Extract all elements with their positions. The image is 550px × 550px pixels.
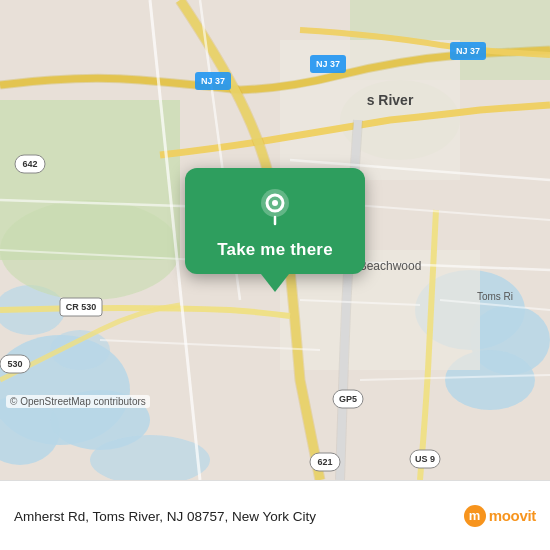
moovit-logo: m moovit	[464, 505, 536, 527]
svg-text:NJ 37: NJ 37	[316, 59, 340, 69]
map-popup[interactable]: Take me there	[185, 168, 365, 292]
footer: Amherst Rd, Toms River, NJ 08757, New Yo…	[0, 480, 550, 550]
take-me-there-button[interactable]: Take me there	[217, 240, 333, 260]
svg-text:621: 621	[317, 457, 332, 467]
moovit-logo-circle: m	[464, 505, 486, 527]
svg-text:NJ 37: NJ 37	[201, 76, 225, 86]
svg-text:Toms Ri: Toms Ri	[477, 291, 513, 302]
moovit-brand-text: moovit	[489, 507, 536, 524]
address-label: Amherst Rd, Toms River, NJ 08757, New Yo…	[14, 509, 316, 524]
svg-text:642: 642	[22, 159, 37, 169]
popup-tail	[261, 274, 289, 292]
footer-address-block: Amherst Rd, Toms River, NJ 08757, New Yo…	[14, 507, 454, 525]
svg-text:CR 530: CR 530	[66, 302, 97, 312]
svg-text:Beachwood: Beachwood	[359, 259, 422, 273]
map-attribution: © OpenStreetMap contributors	[6, 395, 150, 408]
map-container: NJ 37 NJ 37 NJ 37 642 CR 530 530 GP5 621…	[0, 0, 550, 480]
svg-text:530: 530	[7, 359, 22, 369]
svg-point-11	[0, 200, 180, 300]
location-pin-icon	[253, 186, 297, 230]
svg-text:NJ 37: NJ 37	[456, 46, 480, 56]
popup-bubble[interactable]: Take me there	[185, 168, 365, 274]
svg-text:GP5: GP5	[339, 394, 357, 404]
svg-point-50	[272, 200, 278, 206]
svg-text:US 9: US 9	[415, 454, 435, 464]
svg-text:s River: s River	[367, 92, 414, 108]
moovit-m-letter: m	[469, 509, 481, 522]
